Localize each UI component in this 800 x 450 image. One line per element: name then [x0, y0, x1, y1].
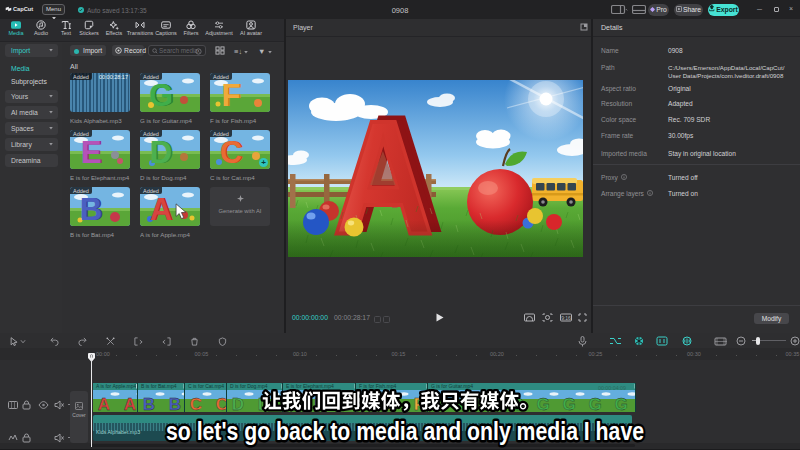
svg-text:so let's go back to media and: so let's go back to media and only media… — [166, 416, 644, 446]
